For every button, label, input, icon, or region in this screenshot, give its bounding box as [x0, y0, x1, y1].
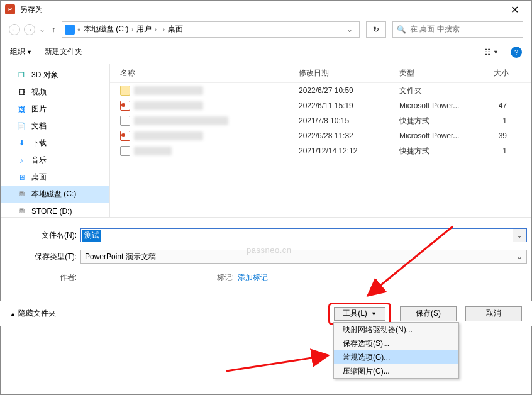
chevron-down-icon: ⌄ [516, 252, 523, 261]
forward-button[interactable]: → [24, 24, 35, 35]
powerpoint-app-icon: P [5, 4, 15, 14]
recent-dropdown-icon[interactable]: ⌄ [39, 25, 45, 34]
menu-compress-pictures[interactable]: 压缩图片(C)... [334, 364, 458, 378]
shortcut-icon [120, 116, 130, 126]
folder-icon [120, 86, 130, 96]
column-headers: 名称 修改日期 类型 大小 [110, 64, 532, 83]
savetype-select[interactable]: PowerPoint 演示文稿 ⌄ [80, 250, 527, 264]
sidebar-item-music[interactable]: ♪音乐 [0, 152, 109, 169]
back-button[interactable]: ← [9, 24, 20, 35]
drive-icon: ⛃ [16, 206, 26, 216]
file-row[interactable]: 2021/7/8 10:15 快捷方式 1 [110, 113, 532, 128]
drive-icon: ⛃ [16, 189, 26, 199]
breadcrumb-user[interactable] [159, 28, 160, 31]
file-row[interactable]: 2022/6/11 15:19 Microsoft Power... 47 [110, 98, 532, 113]
breadcrumb-users[interactable]: 用户 [136, 23, 152, 36]
file-name-redacted [134, 86, 203, 95]
sidebar-item-3d[interactable]: ❒3D 对象 [0, 67, 109, 84]
navigation-bar: ← → ⌄ ↑ « 本地磁盘 (C:) › 用户 › › 桌面 ⌄ ↻ 🔍 在 … [0, 19, 532, 40]
document-icon: 📄 [16, 121, 26, 131]
search-input[interactable]: 🔍 在 桌面 中搜索 [392, 21, 523, 38]
breadcrumb-drive[interactable]: 本地磁盘 (C:) [83, 23, 129, 36]
filename-value: 测试 [82, 230, 101, 242]
list-view-icon: ☷ [484, 48, 491, 57]
chevron-down-icon: ▼ [26, 49, 32, 55]
file-row[interactable]: 2022/6/27 10:59 文件夹 [110, 83, 532, 98]
col-size[interactable]: 大小 [494, 68, 532, 79]
up-button[interactable]: ↑ [49, 25, 58, 34]
drive-icon [65, 25, 75, 35]
filename-dropdown-icon[interactable]: ⌄ [513, 229, 526, 242]
file-name-redacted [134, 101, 203, 110]
col-date[interactable]: 修改日期 [299, 68, 399, 79]
col-name[interactable]: 名称 [110, 68, 299, 79]
sidebar-item-documents[interactable]: 📄文档 [0, 118, 109, 135]
desktop-icon: 🖥 [16, 172, 26, 182]
chevron-down-icon: ▼ [371, 311, 377, 317]
close-button[interactable]: ✕ [502, 1, 527, 18]
search-placeholder: 在 桌面 中搜索 [410, 24, 460, 35]
watermark: passneo.cn [247, 245, 292, 255]
music-icon: ♪ [16, 155, 26, 165]
address-bar[interactable]: « 本地磁盘 (C:) › 用户 › › 桌面 ⌄ [62, 21, 360, 38]
file-row[interactable]: 2022/6/28 11:32 Microsoft Power... 39 [110, 128, 532, 143]
search-icon: 🔍 [397, 25, 406, 34]
sidebar-item-drive-d[interactable]: ⛃STORE (D:) [0, 203, 109, 217]
ppt-icon [120, 131, 130, 141]
toolbar: 组织 ▼ 新建文件夹 ☷ ▼ ? [0, 40, 532, 64]
filename-input[interactable]: 测试 ⌄ [80, 228, 527, 242]
hide-folders-button[interactable]: ▲ 隐藏文件夹 [10, 308, 56, 319]
menu-general-options[interactable]: 常规选项(G)... [334, 350, 458, 364]
download-icon: ⬇ [16, 138, 26, 148]
sidebar-item-downloads[interactable]: ⬇下载 [0, 135, 109, 152]
picture-icon: 🖼 [16, 104, 26, 114]
chevron-up-icon: ▲ [10, 311, 16, 317]
shortcut-icon [120, 146, 130, 156]
file-list: 名称 修改日期 类型 大小 2022/6/27 10:59 文件夹 2022/6… [110, 64, 532, 217]
sidebar: ❒3D 对象 🎞视频 🖼图片 📄文档 ⬇下载 ♪音乐 🖥桌面 ⛃本地磁盘 (C:… [0, 64, 110, 217]
author-label: 作者: [5, 272, 80, 283]
tags-label: 标记: [194, 272, 238, 283]
titlebar: P 另存为 ✕ [0, 0, 532, 19]
organize-button[interactable]: 组织 ▼ [10, 47, 32, 57]
chevron-down-icon: ▼ [493, 49, 499, 55]
save-button[interactable]: 保存(S) [400, 306, 457, 321]
breadcrumb-desktop[interactable]: 桌面 [167, 23, 184, 36]
new-folder-button[interactable]: 新建文件夹 [45, 47, 82, 57]
file-name-redacted [134, 147, 172, 155]
cube-icon: ❒ [16, 70, 26, 81]
col-type[interactable]: 类型 [399, 68, 494, 79]
sidebar-item-videos[interactable]: 🎞视频 [0, 84, 109, 101]
window-title: 另存为 [20, 4, 502, 15]
address-dropdown-icon[interactable]: ⌄ [343, 25, 357, 34]
ppt-icon [120, 101, 130, 111]
tools-menu: 映射网络驱动器(N)... 保存选项(S)... 常规选项(G)... 压缩图片… [333, 322, 459, 379]
sidebar-item-drive-c[interactable]: ⛃本地磁盘 (C:) [0, 186, 109, 203]
menu-save-options[interactable]: 保存选项(S)... [334, 337, 458, 350]
tools-button[interactable]: 工具(L) ▼ [334, 307, 385, 321]
help-button[interactable]: ? [511, 47, 522, 58]
file-row[interactable]: 2021/12/14 12:12 快捷方式 1 [110, 143, 532, 159]
savetype-value: PowerPoint 演示文稿 [85, 252, 156, 262]
cancel-button[interactable]: 取消 [465, 306, 522, 321]
refresh-button[interactable]: ↻ [366, 21, 386, 38]
file-name-redacted [134, 116, 228, 125]
filename-label: 文件名(N): [5, 230, 80, 241]
savetype-label: 保存类型(T): [5, 252, 80, 262]
file-name-redacted [134, 131, 203, 140]
tags-add-link[interactable]: 添加标记 [238, 272, 268, 283]
svg-line-1 [226, 355, 328, 371]
sidebar-item-pictures[interactable]: 🖼图片 [0, 101, 109, 118]
menu-map-drive[interactable]: 映射网络驱动器(N)... [334, 323, 458, 337]
video-icon: 🎞 [16, 87, 26, 97]
view-mode-button[interactable]: ☷ ▼ [481, 46, 502, 58]
sidebar-item-desktop[interactable]: 🖥桌面 [0, 169, 109, 186]
breadcrumb-sep: « [77, 26, 81, 33]
